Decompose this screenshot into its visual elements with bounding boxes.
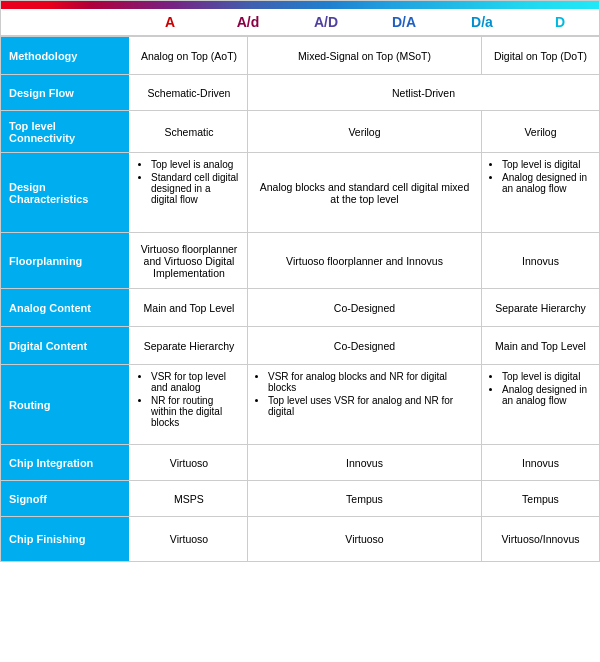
cell-connectivity-2: Verilog xyxy=(248,111,482,152)
cell-design-flow-2: Netlist-Driven xyxy=(248,75,599,110)
row-header-design-characteristics: Design Characteristics xyxy=(1,153,131,232)
row-chip-finishing: Chip Finishing Virtuoso Virtuoso Virtuos… xyxy=(1,517,599,561)
col-label-Da: D/a xyxy=(443,11,521,33)
cell-signoff-1: MSPS xyxy=(131,481,248,516)
column-labels-row: A A/d A/D D/A D/a D xyxy=(1,9,599,37)
row-header-methodology: Methodology xyxy=(1,37,131,74)
cell-design-char-3: Top level is digital Analog designed in … xyxy=(482,153,599,232)
row-header-floorplanning: Floorplanning xyxy=(1,233,131,288)
cell-chip-finishing-1: Virtuoso xyxy=(131,517,248,561)
cell-chip-integration-1: Virtuoso xyxy=(131,445,248,480)
row-digital-content: Digital Content Separate Hierarchy Co-De… xyxy=(1,327,599,365)
row-header-chip-finishing: Chip Finishing xyxy=(1,517,131,561)
routing-list-3: Top level is digital Analog designed in … xyxy=(490,371,591,408)
design-char-list-1: Top level is analog Standard cell digita… xyxy=(139,159,239,207)
row-top-level-connectivity: Top level Connectivity Schematic Verilog… xyxy=(1,111,599,153)
cell-floorplanning-3: Innovus xyxy=(482,233,599,288)
row-methodology: Methodology Analog on Top (AoT) Mixed-Si… xyxy=(1,37,599,75)
col-label-Ad: A/d xyxy=(209,11,287,33)
gradient-bar xyxy=(1,1,599,9)
cell-chip-finishing-3: Virtuoso/Innovus xyxy=(482,517,599,561)
cell-connectivity-3: Verilog xyxy=(482,111,599,152)
row-routing: Routing VSR for top level and analog NR … xyxy=(1,365,599,445)
col-label-A: A xyxy=(131,11,209,33)
cell-methodology-2: Mixed-Signal on Top (MSoT) xyxy=(248,37,482,74)
row-header-signoff: Signoff xyxy=(1,481,131,516)
cell-floorplanning-2: Virtuoso floorplanner and Innovus xyxy=(248,233,482,288)
cell-routing-3: Top level is digital Analog designed in … xyxy=(482,365,599,444)
corner-cell xyxy=(1,11,131,33)
row-header-routing: Routing xyxy=(1,365,131,444)
row-header-analog-content: Analog Content xyxy=(1,289,131,326)
col-label-D: D xyxy=(521,11,599,33)
cell-routing-2: VSR for analog blocks and NR for digital… xyxy=(248,365,482,444)
design-char-list-3: Top level is digital Analog designed in … xyxy=(490,159,591,196)
row-header-design-flow: Design Flow xyxy=(1,75,131,110)
cell-digital-content-3: Main and Top Level xyxy=(482,327,599,364)
cell-design-char-2: Analog blocks and standard cell digital … xyxy=(248,153,482,232)
routing-list-1: VSR for top level and analog NR for rout… xyxy=(139,371,239,430)
cell-chip-integration-2: Innovus xyxy=(248,445,482,480)
cell-digital-content-1: Separate Hierarchy xyxy=(131,327,248,364)
cell-design-flow-1: Schematic-Driven xyxy=(131,75,248,110)
cell-connectivity-1: Schematic xyxy=(131,111,248,152)
cell-routing-1: VSR for top level and analog NR for rout… xyxy=(131,365,248,444)
cell-methodology-3: Digital on Top (DoT) xyxy=(482,37,599,74)
cell-signoff-3: Tempus xyxy=(482,481,599,516)
main-table: A A/d A/D D/A D/a D Methodology Analog o… xyxy=(0,0,600,562)
row-chip-integration: Chip Integration Virtuoso Innovus Innovu… xyxy=(1,445,599,481)
cell-floorplanning-1: Virtuoso floorplanner and Virtuoso Digit… xyxy=(131,233,248,288)
cell-chip-finishing-2: Virtuoso xyxy=(248,517,482,561)
col-label-AD: A/D xyxy=(287,11,365,33)
row-header-digital-content: Digital Content xyxy=(1,327,131,364)
row-signoff: Signoff MSPS Tempus Tempus xyxy=(1,481,599,517)
cell-digital-content-2: Co-Designed xyxy=(248,327,482,364)
cell-analog-content-3: Separate Hierarchy xyxy=(482,289,599,326)
row-analog-content: Analog Content Main and Top Level Co-Des… xyxy=(1,289,599,327)
cell-design-char-1: Top level is analog Standard cell digita… xyxy=(131,153,248,232)
cell-analog-content-2: Co-Designed xyxy=(248,289,482,326)
cell-signoff-2: Tempus xyxy=(248,481,482,516)
cell-methodology-1: Analog on Top (AoT) xyxy=(131,37,248,74)
row-header-chip-integration: Chip Integration xyxy=(1,445,131,480)
row-header-connectivity: Top level Connectivity xyxy=(1,111,131,152)
row-floorplanning: Floorplanning Virtuoso floorplanner and … xyxy=(1,233,599,289)
col-label-DA: D/A xyxy=(365,11,443,33)
row-design-flow: Design Flow Schematic-Driven Netlist-Dri… xyxy=(1,75,599,111)
cell-chip-integration-3: Innovus xyxy=(482,445,599,480)
routing-list-2: VSR for analog blocks and NR for digital… xyxy=(256,371,473,419)
cell-analog-content-1: Main and Top Level xyxy=(131,289,248,326)
row-design-characteristics: Design Characteristics Top level is anal… xyxy=(1,153,599,233)
